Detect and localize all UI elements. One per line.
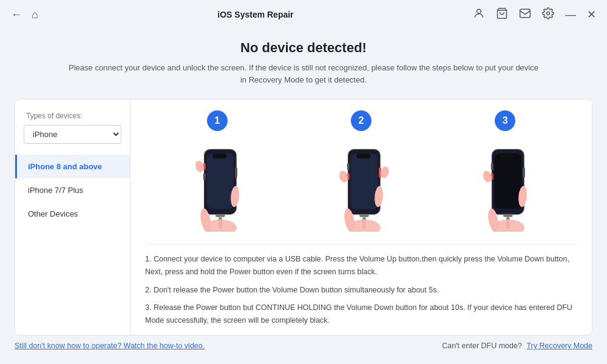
svg-rect-9 [235,167,237,177]
svg-point-15 [194,160,205,173]
title-bar-right: — ✕ [472,6,597,24]
device-type-label: Types of devices: [15,112,130,120]
step-1-number: 1 [207,110,228,131]
footer-right: Can't enter DFU mode? Try Recovery Mode [442,342,592,350]
svg-rect-10 [215,214,225,217]
svg-rect-34 [523,167,525,177]
step-3-number: 3 [495,110,515,131]
footer: Still don't know how to operate? Watch t… [0,335,607,356]
step-2: 2 [300,110,422,233]
svg-rect-19 [347,163,350,170]
step-2-number: 2 [351,110,371,131]
instruction-3: 3. Release the Power button but CONTINUE… [145,302,577,328]
device-select[interactable]: iPhone iPad iPod [24,125,121,144]
svg-rect-5 [206,153,234,209]
sidebar: Types of devices: iPhone iPad iPod iPhon… [15,99,131,335]
settings-button[interactable] [541,6,555,24]
step-1: 1 [157,110,278,233]
svg-point-27 [338,169,349,183]
title-bar: ← ⌂ iOS System Repair — ✕ [0,0,607,29]
svg-rect-8 [203,173,205,180]
step-1-image [169,136,266,233]
page-title: No device detected! [15,40,592,56]
step-2-image [313,136,410,233]
svg-rect-22 [359,214,369,217]
minimize-button[interactable]: — [564,7,577,22]
mail-button[interactable] [518,6,532,24]
cant-enter-text: Can't enter DFU mode? [442,342,522,350]
title-bar-left: ← ⌂ [10,7,39,22]
profile-button[interactable] [472,6,486,24]
svg-rect-18 [356,153,370,158]
close-button[interactable]: ✕ [586,7,597,22]
instructions: 1. Connect your device to computer via a… [145,244,577,327]
steps-row: 1 [145,110,577,233]
help-video-link[interactable]: Still don't know how to operate? Watch t… [15,342,205,350]
page-subtitle: Please connect your device and unlock th… [67,62,540,86]
content-box: Types of devices: iPhone iPad iPod iPhon… [15,99,592,335]
back-button[interactable]: ← [10,7,23,22]
right-panel: 1 [131,99,592,335]
svg-rect-30 [495,153,522,209]
svg-rect-31 [501,153,515,158]
svg-point-40 [482,169,493,183]
sidebar-item-iphone77plus[interactable]: iPhone 7/7 Plus [15,178,130,202]
cart-button[interactable] [495,6,509,24]
step-3-image [456,136,554,233]
app-title: iOS System Repair [217,10,293,19]
instruction-2: 2. Don't release the Power button the Vo… [145,284,577,297]
device-select-wrapper: iPhone iPad iPod [15,125,130,144]
sidebar-item-iphone8[interactable]: iPhone 8 and above [15,155,130,178]
instruction-1: 1. Connect your device to computer via a… [145,253,577,279]
svg-rect-2 [520,9,531,17]
home-button[interactable]: ⌂ [30,7,39,22]
svg-rect-6 [212,153,226,158]
page-header: No device detected! Please connect your … [15,29,592,93]
main-content: No device detected! Please connect your … [0,29,607,335]
sidebar-item-other[interactable]: Other Devices [15,202,130,226]
svg-rect-17 [351,153,378,209]
recovery-mode-link[interactable]: Try Recovery Mode [526,342,592,350]
svg-rect-32 [491,163,493,170]
step-3: 3 [444,110,566,233]
svg-point-0 [477,9,481,13]
svg-rect-35 [503,214,513,217]
svg-point-3 [547,12,550,15]
